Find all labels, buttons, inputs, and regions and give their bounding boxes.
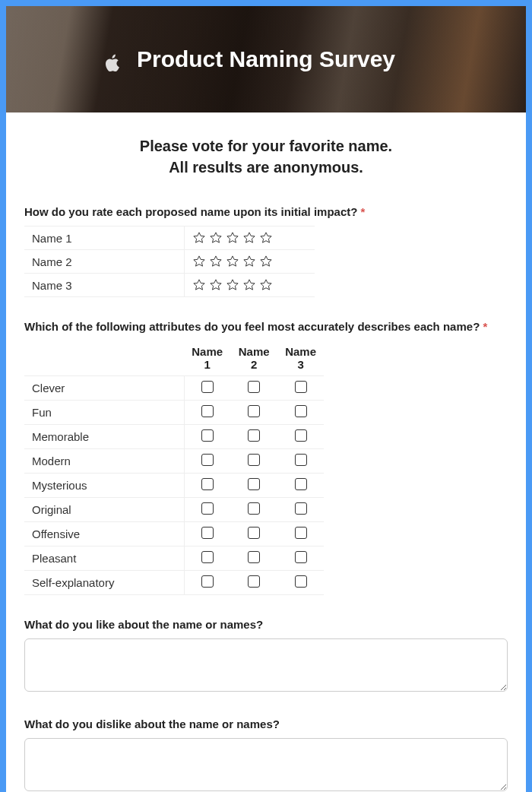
matrix-column-header: Name 1: [184, 341, 230, 376]
matrix-row: Offensive: [24, 522, 324, 546]
checkbox[interactable]: [248, 478, 260, 490]
matrix-cell: [277, 498, 324, 522]
matrix-cell: [184, 449, 230, 474]
matrix-cell: [184, 474, 230, 498]
survey-page: Product Naming Survey Please vote for yo…: [6, 6, 526, 792]
hero-banner: Product Naming Survey: [6, 6, 526, 112]
matrix-row: Pleasant: [24, 546, 324, 571]
checkbox[interactable]: [295, 575, 307, 588]
checkbox[interactable]: [248, 575, 260, 588]
checkbox[interactable]: [248, 502, 260, 515]
survey-title: Product Naming Survey: [137, 46, 395, 72]
rating-row: Name 2: [24, 250, 315, 274]
question-rating-label: How do you rate each proposed name upon …: [24, 205, 508, 218]
star-icon[interactable]: [226, 255, 239, 268]
checkbox[interactable]: [295, 527, 307, 539]
star-icon[interactable]: [259, 278, 273, 292]
checkbox[interactable]: [201, 429, 214, 442]
star-icon[interactable]: [242, 231, 256, 245]
matrix-cell: [230, 546, 277, 571]
star-icon[interactable]: [226, 231, 239, 245]
star-icon[interactable]: [259, 255, 273, 268]
matrix-row-label: Offensive: [24, 522, 184, 546]
star-icon[interactable]: [192, 231, 206, 245]
checkbox[interactable]: [295, 454, 307, 466]
star-icon[interactable]: [242, 255, 256, 268]
question-attributes-text: Which of the following attributes do you…: [24, 320, 480, 333]
star-icon[interactable]: [192, 255, 206, 268]
dislike-textarea[interactable]: [24, 738, 508, 791]
checkbox[interactable]: [248, 405, 260, 417]
matrix-cell: [230, 498, 277, 522]
checkbox[interactable]: [295, 502, 307, 515]
matrix-row: Self-explanatory: [24, 571, 324, 595]
checkbox[interactable]: [248, 429, 260, 442]
matrix-cell: [277, 474, 324, 498]
matrix-cell: [277, 571, 324, 595]
checkbox[interactable]: [295, 429, 307, 442]
rating-stars-cell: [184, 227, 315, 250]
matrix-header-blank: [24, 341, 184, 376]
matrix-cell: [230, 571, 277, 595]
star-icon[interactable]: [192, 278, 206, 292]
star-icon[interactable]: [209, 255, 223, 268]
matrix-cell: [277, 425, 324, 449]
checkbox[interactable]: [201, 502, 214, 515]
question-dislike: What do you dislike about the name or na…: [24, 718, 508, 792]
matrix-cell: [184, 425, 230, 449]
matrix-cell: [184, 546, 230, 571]
matrix-cell: [230, 425, 277, 449]
matrix-cell: [184, 498, 230, 522]
rating-row-label: Name 3: [24, 274, 184, 297]
question-rating: How do you rate each proposed name upon …: [24, 205, 508, 297]
matrix-row-label: Pleasant: [24, 546, 184, 571]
star-icon[interactable]: [209, 278, 223, 292]
star-icon[interactable]: [226, 278, 239, 292]
matrix-column-header: Name 2: [230, 341, 277, 376]
matrix-cell: [230, 401, 277, 425]
checkbox[interactable]: [295, 478, 307, 490]
required-marker: *: [361, 205, 366, 218]
rating-table: Name 1Name 2Name 3: [24, 226, 315, 297]
rating-stars-cell: [184, 274, 315, 297]
checkbox[interactable]: [248, 454, 260, 466]
intro-line-2: All results are anonymous.: [24, 157, 508, 178]
matrix-cell: [277, 546, 324, 571]
matrix-cell: [184, 571, 230, 595]
matrix-cell: [230, 522, 277, 546]
checkbox[interactable]: [201, 405, 214, 417]
matrix-cell: [184, 376, 230, 401]
matrix-row-label: Original: [24, 498, 184, 522]
matrix-row: Original: [24, 498, 324, 522]
attributes-matrix: Name 1Name 2Name 3 CleverFunMemorableMod…: [24, 341, 324, 595]
checkbox[interactable]: [295, 381, 307, 393]
like-textarea[interactable]: [24, 638, 508, 692]
question-like-label: What do you like about the name or names…: [24, 618, 508, 631]
matrix-row-label: Fun: [24, 401, 184, 425]
checkbox[interactable]: [248, 527, 260, 539]
checkbox[interactable]: [201, 478, 214, 490]
checkbox[interactable]: [201, 381, 214, 393]
checkbox[interactable]: [201, 527, 214, 539]
question-like: What do you like about the name or names…: [24, 618, 508, 695]
checkbox[interactable]: [201, 575, 214, 588]
matrix-row: Memorable: [24, 425, 324, 449]
matrix-cell: [277, 376, 324, 401]
checkbox[interactable]: [201, 454, 214, 466]
checkbox[interactable]: [201, 551, 214, 563]
matrix-cell: [184, 401, 230, 425]
star-icon[interactable]: [242, 278, 256, 292]
star-icon[interactable]: [209, 231, 223, 245]
checkbox[interactable]: [295, 551, 307, 563]
checkbox[interactable]: [248, 381, 260, 393]
matrix-row-label: Mysterious: [24, 474, 184, 498]
apple-logo-icon: [105, 53, 122, 76]
question-attributes: Which of the following attributes do you…: [24, 320, 508, 595]
rating-row: Name 3: [24, 274, 315, 297]
rating-row-label: Name 1: [24, 227, 184, 250]
matrix-row-label: Modern: [24, 449, 184, 474]
star-icon[interactable]: [259, 231, 273, 245]
matrix-cell: [230, 449, 277, 474]
checkbox[interactable]: [248, 551, 260, 563]
checkbox[interactable]: [295, 405, 307, 417]
